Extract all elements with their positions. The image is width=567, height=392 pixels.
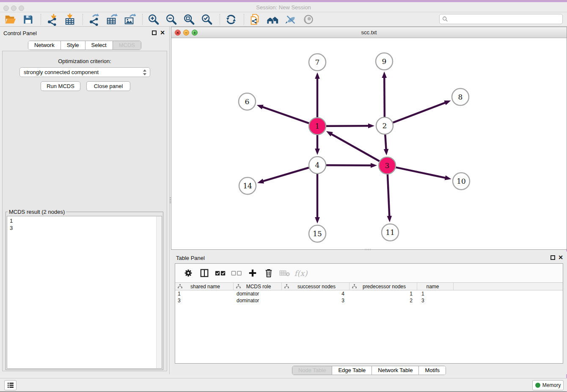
create-new-column-icon[interactable] xyxy=(246,267,259,279)
clone-network-icon[interactable] xyxy=(248,13,262,26)
graph-node-14[interactable]: 14 xyxy=(239,177,256,194)
optimization-criterion-label: Optimization criterion: xyxy=(3,58,167,64)
show-graphics-details-eye-icon[interactable] xyxy=(302,13,315,26)
graph-edge-4-3[interactable] xyxy=(326,165,372,166)
graph-node-10[interactable]: 10 xyxy=(453,173,470,190)
float-table-panel-icon[interactable] xyxy=(550,255,555,260)
export-table-icon[interactable] xyxy=(105,13,118,26)
table-tab-node-table[interactable]: Node Table xyxy=(292,366,332,375)
import-table-icon[interactable] xyxy=(63,13,77,26)
graph-edge-2-8[interactable] xyxy=(393,102,446,122)
svg-text:7: 7 xyxy=(315,58,320,66)
table-row[interactable]: 3dominator323 xyxy=(175,297,563,304)
graph-node-3[interactable]: 3 xyxy=(379,157,396,174)
zoom-out-icon[interactable] xyxy=(165,13,178,26)
close-panel-button[interactable]: Close panel xyxy=(86,81,130,91)
graph-edge-3-11[interactable] xyxy=(388,174,389,217)
control-panel-header: Control Panel ✕ xyxy=(0,27,169,39)
result-scrollbar[interactable] xyxy=(156,216,162,368)
network-canvas-svg[interactable]: 7968124314101511 xyxy=(171,38,567,249)
search-input[interactable] xyxy=(448,15,562,23)
network-canvas[interactable]: 7968124314101511 xyxy=(171,38,567,249)
run-mcds-button[interactable]: Run MCDS xyxy=(41,81,80,91)
float-panel-icon[interactable] xyxy=(152,30,157,35)
column-header-successor-nodes[interactable]: successor nodes xyxy=(282,283,350,290)
table-settings-gear-icon[interactable] xyxy=(182,267,195,279)
table-cell[interactable]: 1 xyxy=(419,290,456,297)
table-cell[interactable]: 3 xyxy=(419,297,456,304)
table-tab-edge-table[interactable]: Edge Table xyxy=(332,366,372,375)
export-network-icon[interactable] xyxy=(87,13,101,26)
deselect-all-columns-icon[interactable] xyxy=(230,267,243,279)
table-cell[interactable]: 2 xyxy=(351,297,419,304)
graph-node-7[interactable]: 7 xyxy=(309,54,326,71)
graph-edge-4-14[interactable] xyxy=(262,168,308,181)
table-cell[interactable]: 4 xyxy=(283,290,351,297)
select-all-columns-icon[interactable] xyxy=(214,267,227,279)
mcds-result-view[interactable]: 13 xyxy=(7,216,162,369)
close-table-panel-icon[interactable]: ✕ xyxy=(558,254,563,261)
column-header-shared-name[interactable]: shared name xyxy=(175,283,234,290)
hide-graphics-details-icon[interactable] xyxy=(284,13,297,26)
import-network-icon[interactable] xyxy=(45,13,59,26)
table-cell[interactable]: dominator xyxy=(234,297,283,304)
delete-columns-trash-icon[interactable] xyxy=(262,267,275,279)
hierarchy-icon xyxy=(352,284,357,289)
svg-text:10: 10 xyxy=(457,177,466,185)
zoom-selected-icon[interactable] xyxy=(200,13,214,26)
column-header-predecessor-nodes[interactable]: predecessor nodes xyxy=(350,283,417,290)
memory-button[interactable]: Memory xyxy=(532,380,564,390)
graph-node-8[interactable]: 8 xyxy=(452,88,469,105)
table-tab-network-table[interactable]: Network Table xyxy=(372,366,418,375)
splitter-grip-horizontal[interactable] xyxy=(365,249,372,250)
close-panel-icon[interactable]: ✕ xyxy=(160,29,165,36)
column-header-mcds-role[interactable]: MCDS role xyxy=(234,283,282,290)
toolbar-separator xyxy=(83,14,83,25)
table-row[interactable]: 1dominator411 xyxy=(175,290,563,297)
graph-edge-arrowhead xyxy=(384,149,389,155)
control-tab-select[interactable]: Select xyxy=(85,41,113,50)
node-table-container: f(x) shared nameMCDS rolesuccessor nodes… xyxy=(175,263,563,364)
control-tab-mcds[interactable]: MCDS xyxy=(113,41,141,50)
table-header-row: shared nameMCDS rolesuccessor nodesprede… xyxy=(175,282,563,290)
graph-edge-3-1[interactable] xyxy=(331,134,379,161)
table-cell[interactable]: dominator xyxy=(234,290,283,297)
graph-node-6[interactable]: 6 xyxy=(239,93,256,110)
save-session-icon[interactable] xyxy=(21,13,35,26)
table-cell[interactable]: 1 xyxy=(351,290,419,297)
table-cell[interactable]: 1 xyxy=(175,290,234,297)
graph-node-15[interactable]: 15 xyxy=(309,225,326,242)
criterion-select[interactable]: strongly connected component xyxy=(19,67,150,77)
zoom-fit-icon[interactable] xyxy=(182,13,196,26)
column-header-name[interactable]: name xyxy=(417,283,454,290)
network-window-title: scc.txt xyxy=(171,29,567,36)
open-file-icon[interactable] xyxy=(3,13,17,26)
task-history-button[interactable] xyxy=(4,380,17,390)
hierarchy-icon xyxy=(284,284,289,289)
apply-layout-refresh-icon[interactable] xyxy=(224,13,238,26)
first-neighbors-home-icon[interactable] xyxy=(266,13,280,26)
graph-node-1[interactable]: 1 xyxy=(309,118,326,135)
graph-node-4[interactable]: 4 xyxy=(309,157,326,174)
graph-edge-arrowhead xyxy=(444,100,451,105)
splitter-grip-vertical[interactable] xyxy=(170,197,171,204)
table-cell[interactable]: 3 xyxy=(175,297,234,304)
export-image-icon[interactable] xyxy=(123,13,136,26)
delete-table-icon[interactable] xyxy=(278,267,291,279)
graph-edge-1-6[interactable] xyxy=(262,107,309,123)
control-tab-network[interactable]: Network xyxy=(28,41,61,50)
graph-edge-1-2[interactable] xyxy=(326,126,369,126)
zoom-in-icon[interactable] xyxy=(147,13,160,26)
graph-edge-2-9[interactable] xyxy=(384,77,385,117)
table-cell[interactable]: 3 xyxy=(283,297,351,304)
control-tab-style[interactable]: Style xyxy=(61,41,85,50)
application-window: Session: New Session xyxy=(0,0,567,392)
svg-text:9: 9 xyxy=(382,57,387,66)
graph-node-11[interactable]: 11 xyxy=(382,224,399,241)
graph-edge-3-10[interactable] xyxy=(396,167,446,178)
graph-node-2[interactable]: 2 xyxy=(376,117,393,134)
graph-edge-2-3[interactable] xyxy=(385,135,386,150)
graph-node-9[interactable]: 9 xyxy=(376,53,393,70)
column-layout-icon[interactable] xyxy=(198,267,211,279)
table-tab-motifs[interactable]: Motifs xyxy=(418,366,446,375)
